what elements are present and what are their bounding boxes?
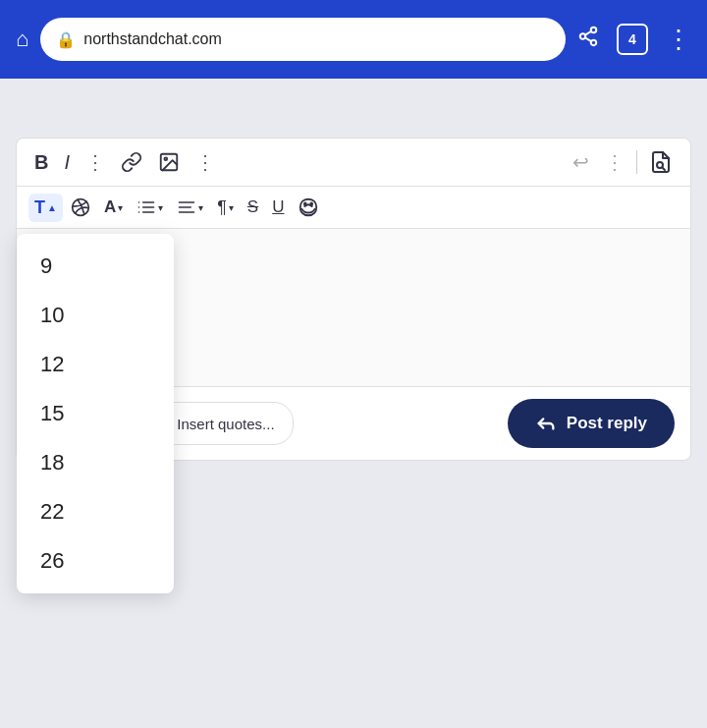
fontsize-22[interactable]: 22 <box>17 487 174 536</box>
post-reply-label: Post reply <box>567 414 647 433</box>
home-button[interactable]: ⌂ <box>16 27 28 52</box>
fontsize-icon: T <box>34 197 45 218</box>
tab-count[interactable]: 4 <box>617 24 648 55</box>
strike-label: S <box>247 197 258 217</box>
bold-button[interactable]: B <box>28 147 54 178</box>
para-button[interactable]: ¶ ▾ <box>211 194 240 222</box>
menu-button[interactable]: ⋮ <box>666 27 691 52</box>
svg-point-20 <box>311 202 313 205</box>
image-button[interactable] <box>152 147 186 177</box>
svg-point-6 <box>164 157 167 160</box>
svg-line-8 <box>663 168 666 171</box>
svg-line-4 <box>585 31 591 35</box>
fontsize-12[interactable]: 12 <box>17 340 174 389</box>
insert-quotes-label: Insert quotes... <box>177 416 274 432</box>
emoji-button[interactable] <box>292 193 325 222</box>
fontsize-9[interactable]: 9 <box>17 242 174 291</box>
link-button[interactable] <box>115 147 148 177</box>
underline-button[interactable]: U <box>266 194 290 221</box>
undo-button[interactable]: ↩ <box>567 146 595 178</box>
svg-line-3 <box>585 37 591 41</box>
fontsize-26[interactable]: 26 <box>17 536 174 586</box>
more-button-3[interactable]: ⋮ <box>599 146 630 178</box>
fontname-button[interactable]: A ▾ <box>98 194 129 221</box>
list-chevron: ▾ <box>158 202 163 213</box>
fontsize-dropdown: 9 10 12 15 18 22 26 <box>17 234 174 593</box>
editor-container: B I ⋮ ⋮ ↩ ⋮ <box>16 138 691 461</box>
more-button-1[interactable]: ⋮ <box>80 146 111 178</box>
underline-label: U <box>272 197 284 217</box>
preview-button[interactable] <box>643 146 679 178</box>
address-bar[interactable]: 🔒 northstandchat.com <box>40 18 566 61</box>
align-button[interactable]: ▾ <box>171 194 209 221</box>
fontsize-18[interactable]: 18 <box>17 438 174 487</box>
share-button[interactable] <box>577 26 599 53</box>
para-label: ¶ <box>217 197 227 218</box>
lock-icon: 🔒 <box>56 30 76 49</box>
page-background <box>0 79 707 138</box>
browser-bar: ⌂ 🔒 northstandchat.com 4 ⋮ <box>0 0 707 79</box>
fontname-label: A <box>104 197 116 217</box>
fontsize-chevron: ▲ <box>47 202 57 213</box>
strikethrough-button[interactable]: S <box>242 194 264 221</box>
fontsize-button[interactable]: T ▲ <box>28 194 63 222</box>
browser-actions: 4 ⋮ <box>577 24 691 55</box>
toolbar-row1: B I ⋮ ⋮ ↩ ⋮ <box>17 139 690 187</box>
para-chevron: ▾ <box>229 202 234 213</box>
italic-button[interactable]: I <box>58 147 76 178</box>
fontsize-10[interactable]: 10 <box>17 291 174 340</box>
toolbar-row2: T ▲ A ▾ ▾ ▾ <box>17 187 690 229</box>
more-button-2[interactable]: ⋮ <box>190 146 221 178</box>
list-button[interactable]: ▾ <box>131 194 169 221</box>
fontname-chevron: ▾ <box>118 202 123 213</box>
post-reply-button[interactable]: Post reply <box>508 399 675 448</box>
palette-button[interactable] <box>65 194 96 221</box>
svg-point-19 <box>304 202 306 205</box>
fontsize-15[interactable]: 15 <box>17 389 174 438</box>
url-text: northstandchat.com <box>83 30 222 48</box>
align-chevron: ▾ <box>198 202 203 213</box>
